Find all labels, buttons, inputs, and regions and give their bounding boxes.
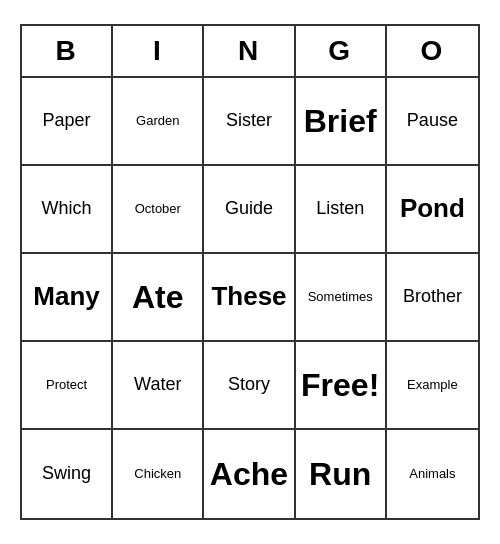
bingo-cell: Swing [22,430,113,518]
bingo-cell: October [113,166,204,254]
bingo-cell: Ate [113,254,204,342]
bingo-cell: Guide [204,166,295,254]
header-letter: N [204,26,295,76]
bingo-cell: Paper [22,78,113,166]
bingo-header: BINGO [22,26,478,78]
bingo-cell: Many [22,254,113,342]
header-letter: I [113,26,204,76]
bingo-cell: These [204,254,295,342]
bingo-cell: Which [22,166,113,254]
bingo-cell: Animals [387,430,478,518]
bingo-cell: Chicken [113,430,204,518]
bingo-cell: Brother [387,254,478,342]
bingo-cell: Listen [296,166,387,254]
bingo-cell: Brief [296,78,387,166]
header-letter: O [387,26,478,76]
bingo-cell: Free! [296,342,387,430]
bingo-cell: Example [387,342,478,430]
bingo-cell: Protect [22,342,113,430]
bingo-cell: Water [113,342,204,430]
bingo-grid: PaperGardenSisterBriefPauseWhichOctoberG… [22,78,478,518]
header-letter: B [22,26,113,76]
header-letter: G [296,26,387,76]
bingo-cell: Sister [204,78,295,166]
bingo-cell: Pause [387,78,478,166]
bingo-cell: Run [296,430,387,518]
bingo-cell: Sometimes [296,254,387,342]
bingo-cell: Story [204,342,295,430]
bingo-cell: Ache [204,430,295,518]
bingo-cell: Pond [387,166,478,254]
bingo-cell: Garden [113,78,204,166]
bingo-card: BINGO PaperGardenSisterBriefPauseWhichOc… [20,24,480,520]
